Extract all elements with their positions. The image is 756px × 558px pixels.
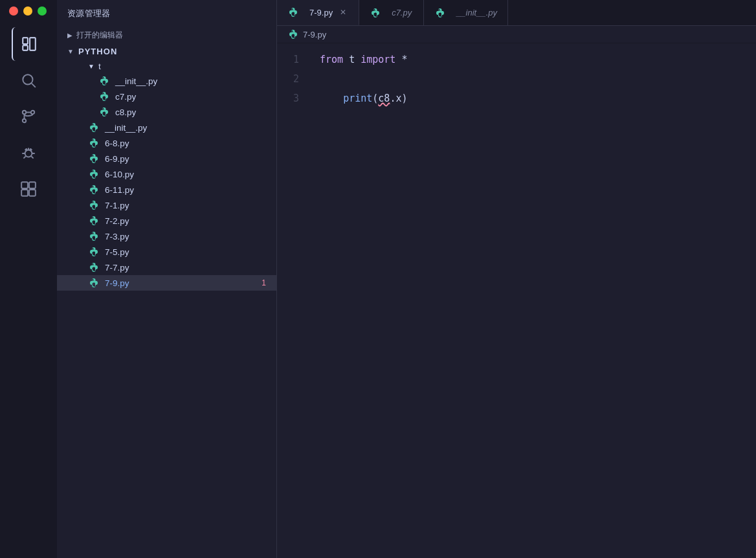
python-file-icon (88, 168, 100, 180)
search-icon[interactable] (12, 63, 45, 97)
python-file-icon (370, 7, 381, 19)
explorer-icon[interactable] (12, 27, 45, 61)
svg-line-4 (32, 84, 36, 87)
list-item-active[interactable]: 7-9.py 1 (57, 275, 276, 291)
svg-rect-11 (21, 182, 28, 188)
open-editors-section[interactable]: ▶ 打开的编辑器 (57, 27, 276, 43)
traffic-light-yellow[interactable] (23, 6, 32, 16)
list-item[interactable]: 6-8.py (57, 135, 276, 151)
svg-point-26 (94, 161, 96, 162)
list-item[interactable]: c8.py (57, 104, 276, 120)
subfolder-t[interactable]: ▼ t (57, 60, 276, 73)
line-numbers: 1 2 3 (277, 50, 309, 552)
list-item[interactable]: 7-7.py (57, 260, 276, 275)
python-file-icon (88, 246, 100, 258)
svg-point-28 (94, 177, 96, 178)
list-item[interactable]: 7-1.py (57, 197, 276, 213)
svg-point-10 (30, 148, 32, 150)
keyword-from: from (320, 54, 343, 65)
tab-close-button[interactable]: ✕ (338, 7, 348, 17)
python-file-icon (287, 28, 299, 40)
python-folder[interactable]: ▼ PYTHON (57, 43, 276, 60)
file-name: 7-3.py (105, 232, 129, 241)
file-name: 6-9.py (105, 154, 129, 164)
editor-area: 7-9.py ✕ c7.py __init__.py 7-9.py 1 2 (277, 0, 756, 558)
tab-c7-py[interactable]: c7.py (359, 0, 424, 25)
svg-point-15 (103, 77, 104, 78)
breadcrumb-path: 7-9.py (303, 30, 326, 39)
svg-point-21 (93, 124, 94, 125)
list-item[interactable]: 6-11.py (57, 182, 276, 197)
svg-point-25 (93, 155, 94, 156)
svg-rect-1 (23, 45, 28, 50)
svg-point-46 (376, 16, 377, 17)
list-item[interactable]: c7.py (57, 89, 276, 104)
chevron-right-icon: ▶ (67, 32, 72, 39)
svg-point-35 (93, 232, 94, 234)
tab-7-9-py[interactable]: 7-9.py ✕ (277, 0, 359, 25)
file-name: __init__.py (115, 76, 157, 86)
svg-point-47 (439, 9, 440, 10)
file-name: __init__.py (105, 123, 147, 133)
file-tree: ▼ t __init__.py c7.p (57, 60, 276, 558)
code-line-1: from t import * (320, 50, 746, 69)
chevron-down-icon: ▼ (88, 63, 94, 70)
svg-point-16 (105, 84, 106, 85)
python-file-icon (88, 277, 100, 289)
python-file-icon (98, 106, 110, 118)
tab-bar: 7-9.py ✕ c7.py __init__.py (277, 0, 756, 26)
file-name: c7.py (115, 92, 136, 102)
file-name: 6-11.py (105, 185, 134, 195)
svg-point-27 (93, 170, 94, 172)
svg-point-45 (374, 9, 375, 10)
sidebar-header: 资源管理器 (57, 0, 276, 27)
extensions-icon[interactable] (12, 172, 45, 206)
source-control-icon[interactable] (12, 100, 45, 133)
list-item[interactable]: __init__.py (57, 120, 276, 135)
svg-point-8 (25, 150, 32, 157)
debug-icon[interactable] (12, 136, 45, 170)
list-item[interactable]: 7-3.py (57, 229, 276, 244)
list-item[interactable]: 6-10.py (57, 166, 276, 182)
list-item[interactable]: 6-9.py (57, 151, 276, 166)
python-file-icon (88, 122, 100, 133)
svg-point-17 (103, 93, 104, 94)
tab-label: __init__.py (456, 8, 497, 17)
file-name: 6-8.py (105, 139, 129, 148)
python-file-icon (287, 6, 299, 18)
list-item[interactable]: 7-2.py (57, 213, 276, 229)
traffic-light-green[interactable] (38, 6, 47, 16)
svg-point-29 (93, 186, 94, 187)
list-item[interactable]: 7-5.py (57, 244, 276, 260)
chevron-down-icon: ▼ (67, 48, 74, 55)
python-file-icon (434, 7, 446, 19)
code-content[interactable]: from t import * print(c8.x) (309, 50, 756, 552)
line-number: 1 (287, 50, 299, 69)
svg-point-30 (94, 192, 96, 194)
list-item[interactable]: __init__.py (57, 73, 276, 89)
open-editors-label: 打开的编辑器 (76, 30, 123, 41)
svg-point-3 (23, 74, 32, 84)
svg-point-5 (23, 111, 26, 114)
svg-point-22 (94, 130, 96, 131)
python-file-icon (88, 262, 100, 273)
activity-bar (0, 0, 57, 558)
svg-point-23 (93, 139, 94, 140)
file-name: 7-5.py (105, 247, 129, 257)
file-name: 6-10.py (105, 170, 134, 179)
python-file-icon (88, 230, 100, 242)
tab-init-py[interactable]: __init__.py (424, 0, 508, 25)
paren-close: ) (401, 93, 407, 104)
python-file-icon (88, 137, 100, 149)
svg-point-48 (441, 16, 442, 17)
svg-point-34 (94, 223, 96, 225)
python-file-icon (88, 184, 100, 195)
traffic-light-red[interactable] (9, 6, 18, 16)
svg-point-9 (25, 148, 27, 150)
error-badge: 1 (261, 278, 266, 287)
code-editor[interactable]: 1 2 3 from t import * print(c8.x) (277, 43, 756, 558)
svg-rect-14 (29, 190, 36, 196)
code-line-2 (320, 69, 746, 89)
svg-point-20 (105, 115, 106, 116)
svg-point-19 (103, 108, 104, 109)
